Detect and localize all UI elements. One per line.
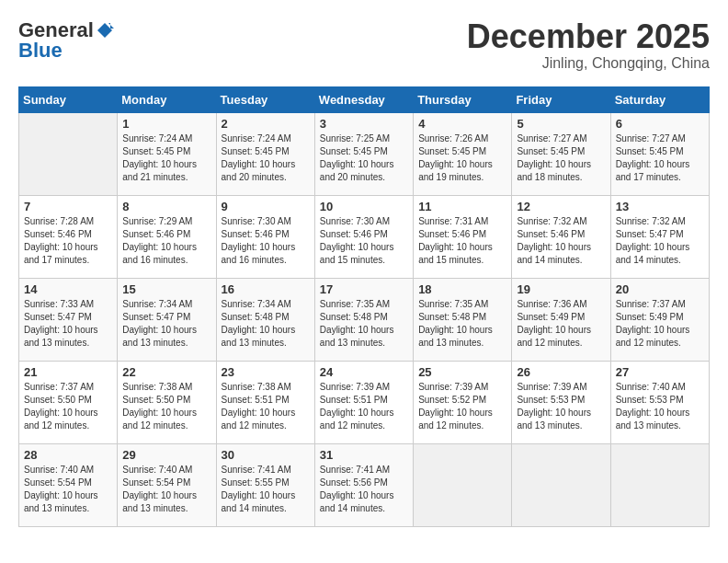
header: General Blue December 2025 Jinling, Chon… [18, 18, 710, 72]
day-number: 11 [418, 200, 506, 213]
calendar-cell: 13Sunrise: 7:32 AM Sunset: 5:47 PM Dayli… [610, 195, 709, 278]
calendar-cell: 19Sunrise: 7:36 AM Sunset: 5:49 PM Dayli… [512, 278, 610, 361]
day-info: Sunrise: 7:31 AM Sunset: 5:46 PM Dayligh… [418, 215, 506, 267]
day-info: Sunrise: 7:32 AM Sunset: 5:47 PM Dayligh… [616, 215, 704, 267]
calendar-cell: 6Sunrise: 7:27 AM Sunset: 5:45 PM Daylig… [610, 112, 709, 195]
calendar-cell: 17Sunrise: 7:35 AM Sunset: 5:48 PM Dayli… [314, 278, 413, 361]
day-number: 12 [517, 200, 605, 213]
day-number: 25 [418, 365, 506, 379]
calendar-table: SundayMondayTuesdayWednesdayThursdayFrid… [18, 86, 710, 527]
day-number: 7 [24, 200, 112, 213]
day-info: Sunrise: 7:40 AM Sunset: 5:54 PM Dayligh… [24, 464, 112, 515]
calendar-header-row: SundayMondayTuesdayWednesdayThursdayFrid… [19, 86, 710, 112]
day-number: 13 [616, 200, 704, 213]
day-info: Sunrise: 7:26 AM Sunset: 5:45 PM Dayligh… [418, 132, 506, 184]
day-info: Sunrise: 7:38 AM Sunset: 5:51 PM Dayligh… [222, 381, 310, 432]
day-info: Sunrise: 7:28 AM Sunset: 5:46 PM Dayligh… [24, 215, 112, 267]
day-info: Sunrise: 7:37 AM Sunset: 5:50 PM Dayligh… [24, 381, 112, 432]
logo: General Blue [18, 18, 114, 63]
calendar-cell: 23Sunrise: 7:38 AM Sunset: 5:51 PM Dayli… [216, 361, 314, 443]
calendar-cell: 8Sunrise: 7:29 AM Sunset: 5:46 PM Daylig… [118, 195, 216, 278]
day-info: Sunrise: 7:24 AM Sunset: 5:45 PM Dayligh… [122, 132, 210, 184]
calendar-cell: 27Sunrise: 7:40 AM Sunset: 5:53 PM Dayli… [610, 361, 709, 443]
day-info: Sunrise: 7:34 AM Sunset: 5:47 PM Dayligh… [122, 298, 210, 350]
day-info: Sunrise: 7:30 AM Sunset: 5:46 PM Dayligh… [222, 215, 310, 267]
calendar-cell: 7Sunrise: 7:28 AM Sunset: 5:46 PM Daylig… [19, 195, 118, 278]
calendar-cell: 16Sunrise: 7:34 AM Sunset: 5:48 PM Dayli… [216, 278, 314, 361]
col-header-sunday: Sunday [19, 86, 118, 112]
day-info: Sunrise: 7:27 AM Sunset: 5:45 PM Dayligh… [517, 132, 605, 184]
calendar-cell: 22Sunrise: 7:38 AM Sunset: 5:50 PM Dayli… [118, 361, 216, 443]
calendar-cell: 28Sunrise: 7:40 AM Sunset: 5:54 PM Dayli… [19, 443, 118, 526]
day-info: Sunrise: 7:41 AM Sunset: 5:55 PM Dayligh… [222, 464, 310, 515]
day-number: 15 [122, 282, 210, 296]
day-number: 2 [222, 117, 310, 131]
col-header-monday: Monday [118, 86, 216, 112]
day-number: 28 [24, 448, 112, 462]
calendar-cell: 5Sunrise: 7:27 AM Sunset: 5:45 PM Daylig… [512, 112, 610, 195]
logo-icon [96, 21, 114, 40]
calendar-cell [19, 112, 118, 195]
day-number: 14 [24, 282, 112, 296]
day-number: 17 [320, 282, 408, 296]
day-number: 27 [616, 365, 704, 379]
day-info: Sunrise: 7:29 AM Sunset: 5:46 PM Dayligh… [122, 215, 210, 267]
calendar-cell: 11Sunrise: 7:31 AM Sunset: 5:46 PM Dayli… [414, 195, 512, 278]
calendar-cell: 29Sunrise: 7:40 AM Sunset: 5:54 PM Dayli… [118, 443, 216, 526]
day-info: Sunrise: 7:35 AM Sunset: 5:48 PM Dayligh… [320, 298, 408, 350]
day-number: 22 [122, 365, 210, 379]
day-number: 31 [320, 448, 408, 462]
calendar-cell: 25Sunrise: 7:39 AM Sunset: 5:52 PM Dayli… [414, 361, 512, 443]
day-number: 4 [418, 117, 506, 131]
calendar-cell: 30Sunrise: 7:41 AM Sunset: 5:55 PM Dayli… [216, 443, 314, 526]
calendar-cell: 18Sunrise: 7:35 AM Sunset: 5:48 PM Dayli… [414, 278, 512, 361]
day-info: Sunrise: 7:24 AM Sunset: 5:45 PM Dayligh… [222, 132, 310, 184]
day-number: 16 [222, 282, 310, 296]
calendar-cell [512, 443, 610, 526]
day-info: Sunrise: 7:41 AM Sunset: 5:56 PM Dayligh… [320, 464, 408, 515]
day-info: Sunrise: 7:37 AM Sunset: 5:49 PM Dayligh… [616, 298, 704, 350]
calendar-week-row: 1Sunrise: 7:24 AM Sunset: 5:45 PM Daylig… [19, 112, 710, 195]
calendar-cell [610, 443, 709, 526]
day-number: 21 [24, 365, 112, 379]
title-area: December 2025 Jinling, Chongqing, China [467, 18, 710, 72]
col-header-friday: Friday [512, 86, 610, 112]
day-number: 1 [122, 117, 210, 131]
calendar-cell: 12Sunrise: 7:32 AM Sunset: 5:46 PM Dayli… [512, 195, 610, 278]
day-number: 18 [418, 282, 506, 296]
calendar-week-row: 21Sunrise: 7:37 AM Sunset: 5:50 PM Dayli… [19, 361, 710, 443]
calendar-cell: 15Sunrise: 7:34 AM Sunset: 5:47 PM Dayli… [118, 278, 216, 361]
calendar-cell: 26Sunrise: 7:39 AM Sunset: 5:53 PM Dayli… [512, 361, 610, 443]
day-number: 24 [320, 365, 408, 379]
month-title: December 2025 [467, 18, 710, 55]
day-info: Sunrise: 7:35 AM Sunset: 5:48 PM Dayligh… [418, 298, 506, 350]
day-number: 6 [616, 117, 704, 131]
day-number: 10 [320, 200, 408, 213]
calendar-week-row: 28Sunrise: 7:40 AM Sunset: 5:54 PM Dayli… [19, 443, 710, 526]
calendar-cell: 2Sunrise: 7:24 AM Sunset: 5:45 PM Daylig… [216, 112, 314, 195]
day-info: Sunrise: 7:25 AM Sunset: 5:45 PM Dayligh… [320, 132, 408, 184]
day-number: 3 [320, 117, 408, 131]
day-number: 20 [616, 282, 704, 296]
day-number: 8 [122, 200, 210, 213]
day-info: Sunrise: 7:39 AM Sunset: 5:51 PM Dayligh… [320, 381, 408, 432]
location-title: Jinling, Chongqing, China [467, 55, 710, 72]
day-info: Sunrise: 7:40 AM Sunset: 5:53 PM Dayligh… [616, 381, 704, 432]
calendar-cell: 3Sunrise: 7:25 AM Sunset: 5:45 PM Daylig… [314, 112, 413, 195]
day-number: 30 [222, 448, 310, 462]
day-info: Sunrise: 7:33 AM Sunset: 5:47 PM Dayligh… [24, 298, 112, 350]
day-info: Sunrise: 7:40 AM Sunset: 5:54 PM Dayligh… [122, 464, 210, 515]
day-number: 19 [517, 282, 605, 296]
calendar-cell: 21Sunrise: 7:37 AM Sunset: 5:50 PM Dayli… [19, 361, 118, 443]
calendar-week-row: 7Sunrise: 7:28 AM Sunset: 5:46 PM Daylig… [19, 195, 710, 278]
col-header-saturday: Saturday [610, 86, 709, 112]
col-header-wednesday: Wednesday [314, 86, 413, 112]
day-info: Sunrise: 7:32 AM Sunset: 5:46 PM Dayligh… [517, 215, 605, 267]
svg-marker-0 [97, 23, 112, 38]
day-info: Sunrise: 7:39 AM Sunset: 5:53 PM Dayligh… [517, 381, 605, 432]
day-number: 5 [517, 117, 605, 131]
day-info: Sunrise: 7:30 AM Sunset: 5:46 PM Dayligh… [320, 215, 408, 267]
calendar-cell: 4Sunrise: 7:26 AM Sunset: 5:45 PM Daylig… [414, 112, 512, 195]
calendar-cell: 10Sunrise: 7:30 AM Sunset: 5:46 PM Dayli… [314, 195, 413, 278]
logo-blue: Blue [18, 39, 63, 63]
